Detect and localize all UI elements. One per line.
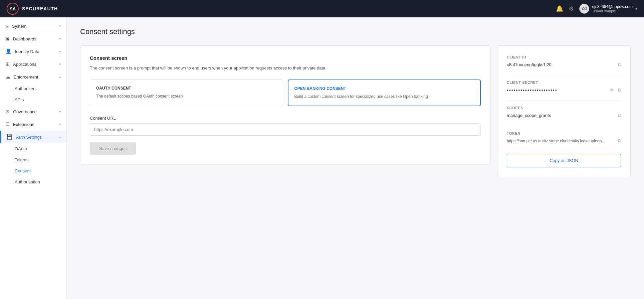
token-section: TOKEN https://sample.us.authz.stage.clou… <box>507 131 621 144</box>
extensions-chevron-icon: ▾ <box>59 122 61 127</box>
identity-data-chevron-icon: ▾ <box>59 49 61 54</box>
sidebar: S System ▾ ◉ Dashboards ▾ 👤 Identity Dat… <box>0 17 67 299</box>
consent-screen-card: Consent screen The consent screen is a p… <box>80 45 490 164</box>
oauth-consent-title: OAUTH CONSENT <box>96 86 277 91</box>
divider-3 <box>507 126 621 126</box>
sidebar-item-authorizers[interactable]: Authorizers <box>0 83 66 94</box>
divider-1 <box>507 75 621 75</box>
system-icon: S <box>5 23 9 29</box>
sidebar-item-oauth[interactable]: OAuth <box>0 143 66 154</box>
client-secret-actions: 👁 ⧉ <box>610 87 621 93</box>
client-id-label: CLIENT ID <box>507 55 621 59</box>
system-chevron-icon: ▾ <box>59 24 61 28</box>
consent-options: OAUTH CONSENT The default scopes based O… <box>90 80 481 106</box>
client-id-row: c8af1uoojmg5ggks1j20 ⧉ <box>507 62 621 67</box>
page-title: Consent settings <box>80 27 631 36</box>
token-copy-icon[interactable]: ⧉ <box>618 138 621 144</box>
token-row: https://sample.us.authz.stage.cloudentit… <box>507 138 621 144</box>
consent-screen-title: Consent screen <box>90 55 481 61</box>
sidebar-item-apis[interactable]: APIs <box>0 94 66 105</box>
open-banking-consent-option[interactable]: OPEN BANKING CONSENT Build a custom cons… <box>288 80 481 106</box>
save-changes-button[interactable]: Save changes <box>90 142 136 155</box>
dashboards-icon: ◉ <box>5 36 10 42</box>
client-secret-row: •••••••••••••••••••••• 👁 ⧉ <box>507 87 621 93</box>
client-id-value: c8af1uoojmg5ggks1j20 <box>507 62 552 67</box>
governance-chevron-icon: ▾ <box>59 110 61 114</box>
reveal-secret-icon[interactable]: 👁 <box>610 88 614 93</box>
scopes-label: SCOPES <box>507 106 621 110</box>
dashboards-chevron-icon: ▾ <box>59 37 61 41</box>
sidebar-item-dashboards[interactable]: ◉ Dashboards ▾ <box>0 32 66 45</box>
auth-settings-chevron-icon: ▴ <box>59 135 61 139</box>
sidebar-item-enforcement[interactable]: ☁ Enforcement ▴ <box>0 70 66 83</box>
identity-data-icon: 👤 <box>5 48 12 54</box>
logo-text: SECUREAUTH <box>22 6 58 11</box>
client-id-copy-icon[interactable]: ⧉ <box>618 62 621 67</box>
oauth-consent-option[interactable]: OAUTH CONSENT The default scopes based O… <box>90 80 283 106</box>
auth-settings-icon: 💾 <box>6 134 13 140</box>
sidebar-item-identity-data[interactable]: 👤 Identity Data ▾ <box>0 45 66 58</box>
sidebar-item-system[interactable]: S System ▾ <box>0 20 66 32</box>
open-banking-consent-title: OPEN BANKING CONSENT <box>294 86 474 91</box>
notifications-icon[interactable]: 🔔 <box>556 5 563 12</box>
user-menu-chevron-icon: ▾ <box>635 6 637 11</box>
client-secret-label: CLIENT SECRET <box>507 81 621 85</box>
sidebar-item-tokens[interactable]: Tokens <box>0 154 66 165</box>
user-info: ojs82664@qopow.com Tenant sample <box>592 4 633 13</box>
extensions-icon: ☰ <box>5 121 10 127</box>
enforcement-submenu: Authorizers APIs <box>0 83 66 105</box>
sidebar-item-consent[interactable]: Consent <box>0 165 66 176</box>
sidebar-item-auth-settings[interactable]: 💾 Auth Settings ▴ <box>0 131 66 143</box>
enforcement-icon: ☁ <box>5 74 10 80</box>
open-banking-consent-description: Build a custom consent screen for specia… <box>294 94 474 100</box>
token-label: TOKEN <box>507 131 621 135</box>
consent-url-input[interactable] <box>90 123 481 136</box>
consent-url-label: Consent URL <box>90 116 481 121</box>
user-tenant: Tenant sample <box>592 9 633 13</box>
client-secret-copy-icon[interactable]: ⧉ <box>618 87 621 93</box>
client-info-card: CLIENT ID c8af1uoojmg5ggks1j20 ⧉ CLIENT … <box>497 45 631 177</box>
user-menu[interactable]: OJ ojs82664@qopow.com Tenant sample ▾ <box>579 4 637 14</box>
client-id-section: CLIENT ID c8af1uoojmg5ggks1j20 ⧉ <box>507 55 621 67</box>
client-secret-masked: •••••••••••••••••••••• <box>507 88 558 93</box>
logo[interactable]: SA SECUREAUTH <box>7 3 58 15</box>
logo-icon: SA <box>7 3 19 15</box>
applications-icon: ⊞ <box>5 61 10 67</box>
divider-2 <box>507 100 621 101</box>
sidebar-item-extensions[interactable]: ☰ Extensions ▾ <box>0 118 66 131</box>
sidebar-item-authorization[interactable]: Authorization <box>0 176 66 187</box>
governance-icon: ⊙ <box>5 109 10 115</box>
topnav-right: 🔔 ⚙ OJ ojs82664@qopow.com Tenant sample … <box>556 4 637 14</box>
scopes-value: manage_scope_grants <box>507 113 551 118</box>
top-navigation: SA SECUREAUTH 🔔 ⚙ OJ ojs82664@qopow.com … <box>0 0 644 17</box>
sidebar-item-applications[interactable]: ⊞ Applications ▾ <box>0 58 66 70</box>
token-value: https://sample.us.authz.stage.cloudentit… <box>507 139 605 143</box>
main-content: Consent settings Consent screen The cons… <box>67 17 644 299</box>
consent-screen-description: The consent screen is a prompt that will… <box>90 65 481 71</box>
scopes-section: SCOPES manage_scope_grants ⧉ <box>507 106 621 118</box>
sidebar-item-governance[interactable]: ⊙ Governance ▾ <box>0 105 66 118</box>
applications-chevron-icon: ▾ <box>59 62 61 66</box>
client-secret-section: CLIENT SECRET •••••••••••••••••••••• 👁 ⧉ <box>507 81 621 93</box>
scopes-copy-icon[interactable]: ⧉ <box>618 113 621 118</box>
enforcement-chevron-icon: ▴ <box>59 75 61 79</box>
scopes-row: manage_scope_grants ⧉ <box>507 113 621 118</box>
settings-icon[interactable]: ⚙ <box>569 5 574 12</box>
user-email: ojs82664@qopow.com <box>592 4 633 9</box>
oauth-consent-description: The default scopes based OAuth consent s… <box>96 93 277 99</box>
avatar: OJ <box>579 4 589 14</box>
content-grid: Consent screen The consent screen is a p… <box>80 45 631 177</box>
copy-as-json-button[interactable]: Copy as JSON <box>507 154 621 167</box>
auth-settings-submenu: OAuth Tokens Consent Authorization <box>0 143 66 187</box>
